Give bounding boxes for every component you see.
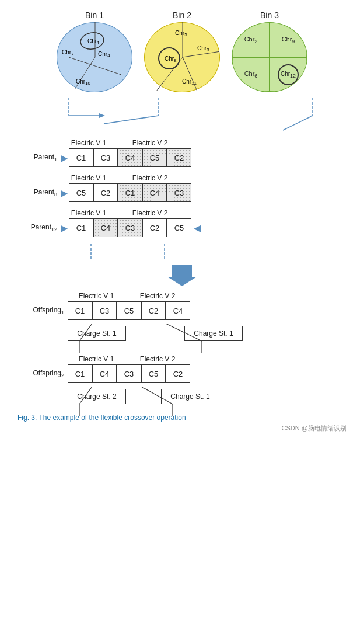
parent12-row: Parent12 ▶ C1 C4 C3 C2 C5 ◀ bbox=[18, 218, 352, 237]
bin2-label: Bin 2 bbox=[173, 11, 191, 20]
parent8-arrow: ▶ bbox=[61, 187, 68, 199]
chr12-circle: Chr12 bbox=[278, 64, 299, 85]
offspring1-charge-svg bbox=[68, 324, 301, 353]
offspring1-label: Offspring1 bbox=[18, 306, 64, 315]
svg-line-29 bbox=[166, 324, 202, 341]
connector-svg bbox=[12, 98, 364, 133]
parent12-right-arrow: ◀ bbox=[194, 222, 201, 234]
parent12-ev1-label: Electric V 1 bbox=[64, 209, 113, 217]
bin3-grid: Chr2 Chr9 Chr6 Chr12 bbox=[232, 23, 307, 92]
parent8-c5: C5 bbox=[69, 183, 93, 202]
parents-section: Electric V 1 Electric V 2 Parent1 ▶ C1 C… bbox=[18, 139, 352, 260]
offspring1-row: Offspring1 C1 C3 C5 C2 C4 bbox=[18, 301, 352, 320]
parent12-ev2-label: Electric V 2 bbox=[113, 209, 187, 217]
parent1-ev1-label: Electric V 1 bbox=[64, 139, 113, 147]
parent12-c4: C4 bbox=[93, 218, 118, 237]
parent12-arrow: ▶ bbox=[61, 222, 68, 234]
svg-marker-21 bbox=[99, 113, 105, 118]
svg-line-10 bbox=[183, 57, 197, 91]
bin3-chr9: Chr9 bbox=[270, 23, 307, 57]
parent12-c2: C2 bbox=[142, 218, 167, 237]
offspring2-c4: C4 bbox=[92, 364, 117, 383]
offspring1-c3: C3 bbox=[92, 301, 117, 320]
parent-dashes-svg bbox=[64, 244, 239, 260]
bin3-chr2: Chr2 bbox=[232, 23, 270, 57]
bin2-svg: Chr8 Chr5 Chr3 Chr11 bbox=[145, 22, 219, 92]
svg-text:Chr10: Chr10 bbox=[76, 78, 91, 86]
offspring1-charge-connector bbox=[68, 324, 352, 353]
offspring2-row: Offspring2 C1 C4 C3 C5 C2 bbox=[18, 364, 352, 383]
svg-text:Chr11: Chr11 bbox=[182, 78, 197, 86]
bin3-wrapper: Bin 3 Chr2 Chr9 Chr6 Chr12 bbox=[232, 11, 307, 92]
offspring2-charge-svg bbox=[68, 387, 301, 416]
offspring1-ev2-label: Electric V 2 bbox=[121, 292, 194, 300]
parent12-c1: C1 bbox=[69, 218, 93, 237]
svg-marker-26 bbox=[167, 265, 197, 286]
parent8-ev1-label: Electric V 1 bbox=[64, 174, 113, 182]
parent8-c1: C1 bbox=[118, 183, 142, 202]
parent1-row: Parent1 ▶ C1 C3 C4 C5 C2 bbox=[18, 148, 352, 167]
offspring-section: Electric V 1 Electric V 2 Offspring1 C1 … bbox=[18, 292, 352, 404]
offspring2-c5: C5 bbox=[141, 364, 166, 383]
bin1-svg: Chr1 Chr4 Chr7 Chr10 bbox=[57, 22, 132, 92]
parent1-arrow: ▶ bbox=[61, 152, 68, 164]
offspring2-c1: C1 bbox=[68, 364, 92, 383]
parent1-cells: C1 C3 C4 C5 C2 bbox=[69, 148, 191, 167]
svg-text:Chr5: Chr5 bbox=[175, 30, 187, 37]
svg-text:Chr3: Chr3 bbox=[197, 45, 209, 53]
bin2-wrapper: Bin 2 Chr8 Chr5 Chr3 Chr11 bbox=[144, 11, 220, 92]
offspring2-cells: C1 C4 C3 C5 C2 bbox=[68, 364, 190, 383]
bin1-circle: Chr1 Chr4 Chr7 Chr10 bbox=[57, 22, 132, 92]
parent8-c3: C3 bbox=[167, 183, 191, 202]
parent8-label: Parent8 bbox=[18, 188, 57, 197]
offspring2-charge-connector bbox=[68, 387, 352, 416]
parent1-c2: C2 bbox=[167, 148, 191, 167]
offspring1-c4: C4 bbox=[166, 301, 190, 320]
main-container: Bin 1 Chr1 Chr4 Chr7 Chr10 bbox=[0, 0, 364, 444]
parent12-c3: C3 bbox=[118, 218, 142, 237]
parent1-c3: C3 bbox=[93, 148, 118, 167]
down-arrow-svg bbox=[167, 265, 197, 286]
bin1-wrapper: Bin 1 Chr1 Chr4 Chr7 Chr10 bbox=[57, 11, 132, 92]
svg-line-1 bbox=[69, 57, 121, 75]
parent12-cells: C1 C4 C3 C2 C5 bbox=[69, 218, 191, 237]
svg-line-23 bbox=[283, 116, 313, 130]
svg-line-27 bbox=[79, 324, 92, 341]
parent1-ev2-label: Electric V 2 bbox=[113, 139, 187, 147]
parent1-c5: C5 bbox=[142, 148, 167, 167]
offspring1-c2: C2 bbox=[141, 301, 166, 320]
svg-line-9 bbox=[183, 51, 219, 57]
offspring1-c1: C1 bbox=[68, 301, 92, 320]
offspring2-ev2-label: Electric V 2 bbox=[121, 355, 194, 363]
svg-line-22 bbox=[104, 116, 159, 124]
parent8-ev2-label: Electric V 2 bbox=[113, 174, 187, 182]
chr12-label: Chr12 bbox=[281, 71, 296, 79]
parent-dashes bbox=[64, 244, 352, 260]
offspring1-c5: C5 bbox=[117, 301, 141, 320]
bin1-label: Bin 1 bbox=[85, 11, 104, 20]
bin3-chr12: Chr12 bbox=[270, 57, 307, 92]
bin2-circle: Chr8 Chr5 Chr3 Chr11 bbox=[144, 22, 220, 92]
watermark: CSDN @脑电情绪识别 bbox=[12, 424, 346, 433]
svg-text:Chr7: Chr7 bbox=[62, 49, 74, 57]
parent8-row: Parent8 ▶ C5 C2 C1 C4 C3 bbox=[18, 183, 352, 202]
bin3-label: Bin 3 bbox=[260, 11, 279, 20]
bins-to-parents-connector bbox=[12, 98, 352, 133]
bin3-circle: Chr2 Chr9 Chr6 Chr12 bbox=[232, 22, 307, 92]
offspring1-cells: C1 C3 C5 C2 C4 bbox=[68, 301, 190, 320]
parent12-label: Parent12 bbox=[18, 223, 57, 232]
offspring2-ev1-label: Electric V 1 bbox=[72, 355, 121, 363]
svg-text:Chr1: Chr1 bbox=[88, 38, 100, 46]
svg-line-33 bbox=[141, 387, 173, 404]
svg-text:Chr4: Chr4 bbox=[98, 51, 110, 58]
offspring2-c3: C3 bbox=[117, 364, 141, 383]
parent1-c4: C4 bbox=[118, 148, 142, 167]
bins-row: Bin 1 Chr1 Chr4 Chr7 Chr10 bbox=[12, 11, 352, 92]
parent1-c1: C1 bbox=[69, 148, 93, 167]
offspring1-ev1-label: Electric V 1 bbox=[72, 292, 121, 300]
parent1-label: Parent1 bbox=[18, 153, 57, 162]
svg-line-31 bbox=[79, 387, 92, 404]
parent12-ev-header: Electric V 1 Electric V 2 bbox=[64, 209, 352, 217]
offspring2-ev-header: Electric V 1 Electric V 2 bbox=[72, 355, 352, 363]
offspring2-c2: C2 bbox=[166, 364, 190, 383]
